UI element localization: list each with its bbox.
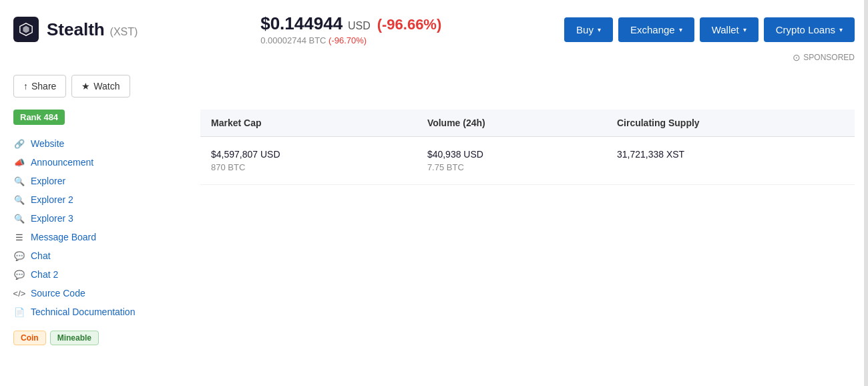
sidebar: Rank 484 🔗 Website 📣 Announcement 🔍 Expl… (13, 110, 187, 345)
sidebar-link-announcement[interactable]: 📣 Announcement (13, 153, 187, 172)
buy-chevron-icon: ▾ (598, 26, 601, 33)
sidebar-link-technicaldoc[interactable]: 📄 Technical Documentation (13, 303, 187, 321)
coinmarketcap-icon: ⊙ (793, 52, 801, 63)
share-watch-row: ↑ Share ★ Watch (13, 75, 855, 98)
tags-row: Coin Mineable (13, 331, 187, 345)
market-cap-btc: 870 BTC (211, 162, 406, 172)
supply-cell: 31,721,338 XST (606, 137, 855, 185)
wallet-chevron-icon: ▾ (743, 26, 746, 33)
sponsored-label: SPONSORED (803, 53, 855, 62)
price-change-percent: (-96.66%) (377, 16, 442, 33)
header-market-cap: Market Cap (200, 110, 417, 137)
chat2-icon: 💬 (13, 268, 25, 280)
watch-button[interactable]: ★ Watch (71, 75, 130, 98)
market-cap-cell: $4,597,807 USD 870 BTC (200, 137, 417, 185)
header-supply: Circulating Supply (606, 110, 855, 137)
rank-badge: Rank 484 (13, 110, 65, 125)
volume-usd: $40,938 USD (427, 149, 596, 160)
scrollbar[interactable] (864, 0, 868, 386)
buy-button[interactable]: Buy ▾ (564, 17, 613, 42)
price-usd: $0.144944 (260, 13, 343, 33)
tag-coin: Coin (13, 331, 46, 345)
sponsored-row: ⊙ SPONSORED (13, 52, 855, 63)
coin-symbol: (XST) (110, 26, 138, 37)
share-icon: ↑ (23, 81, 28, 91)
coin-name: Stealth (47, 19, 105, 39)
action-buttons: Buy ▾ Exchange ▾ Wallet ▾ Crypto Loans ▾ (564, 17, 855, 42)
sidebar-link-explorer2[interactable]: 🔍 Explorer 2 (13, 190, 187, 209)
sidebar-link-sourcecode[interactable]: </> Source Code (13, 284, 187, 303)
volume-cell: $40,938 USD 7.75 BTC (417, 137, 606, 185)
price-currency: USD (348, 20, 371, 31)
main-layout: Rank 484 🔗 Website 📣 Announcement 🔍 Expl… (13, 110, 855, 345)
sidebar-link-chat2[interactable]: 💬 Chat 2 (13, 265, 187, 284)
table-row: $4,597,807 USD 870 BTC $40,938 USD 7.75 … (200, 137, 855, 185)
stats-table: Market Cap Volume (24h) Circulating Supp… (200, 110, 855, 185)
exchange-chevron-icon: ▾ (679, 26, 682, 33)
svg-marker-1 (23, 26, 29, 33)
sidebar-link-explorer[interactable]: 🔍 Explorer (13, 172, 187, 190)
exchange-button[interactable]: Exchange ▾ (618, 17, 694, 42)
sidebar-link-chat[interactable]: 💬 Chat (13, 246, 187, 265)
sourcecode-icon: </> (13, 287, 25, 299)
explorer3-icon: 🔍 (13, 212, 25, 224)
sidebar-link-website[interactable]: 🔗 Website (13, 134, 187, 153)
market-cap-usd: $4,597,807 USD (211, 149, 406, 160)
technicaldoc-icon: 📄 (13, 306, 25, 318)
announcement-icon: 📣 (13, 156, 25, 168)
crypto-loans-button[interactable]: Crypto Loans ▾ (764, 17, 855, 42)
chat-icon: 💬 (13, 250, 25, 262)
loans-chevron-icon: ▾ (839, 26, 843, 33)
share-button[interactable]: ↑ Share (13, 75, 66, 98)
explorer2-icon: 🔍 (13, 194, 25, 206)
tag-mineable: Mineable (50, 331, 99, 345)
link-icon: 🔗 (13, 138, 25, 150)
sidebar-link-messageboard[interactable]: ☰ Message Board (13, 228, 187, 246)
price-btc: 0.00002744 BTC (-96.70%) (260, 35, 441, 45)
circulating-supply: 31,721,338 XST (617, 149, 844, 160)
volume-btc: 7.75 BTC (427, 162, 596, 172)
explorer-icon: 🔍 (13, 175, 25, 187)
wallet-button[interactable]: Wallet ▾ (700, 17, 758, 42)
sidebar-link-explorer3[interactable]: 🔍 Explorer 3 (13, 209, 187, 228)
price-section: $0.144944 USD (-96.66%) 0.00002744 BTC (… (260, 13, 441, 45)
coin-logo (13, 17, 39, 42)
messageboard-icon: ☰ (13, 231, 25, 243)
star-icon: ★ (81, 81, 90, 91)
header-volume: Volume (24h) (417, 110, 606, 137)
main-content: Market Cap Volume (24h) Circulating Supp… (200, 110, 855, 345)
